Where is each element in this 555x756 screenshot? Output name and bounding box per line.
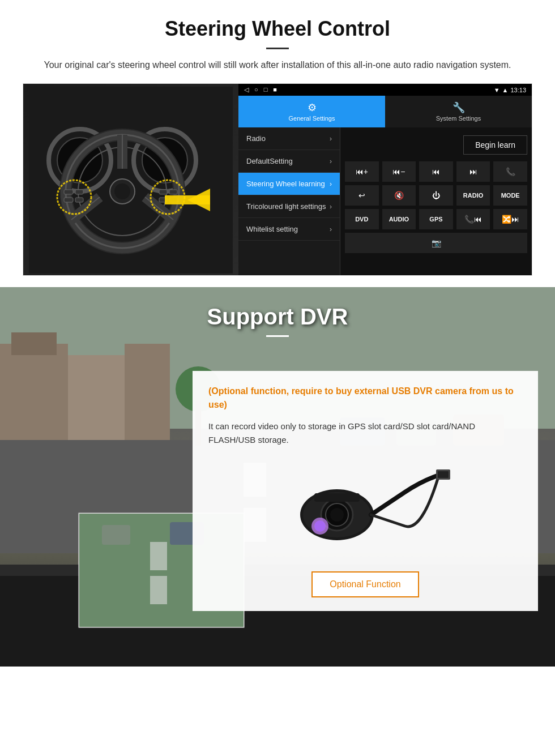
dvr-camera-svg xyxy=(275,464,456,554)
svg-point-16 xyxy=(114,183,130,199)
general-settings-icon: ⚙ xyxy=(308,101,317,114)
ctrl-gps[interactable]: GPS xyxy=(419,209,453,229)
ctrl-shuffle-next[interactable]: 🔀⏭ xyxy=(493,209,527,229)
android-statusbar: ◁ ○ □ ■ ▼ ▲ 13:13 xyxy=(238,84,532,96)
back-icon[interactable]: ◁ xyxy=(244,86,249,93)
menu-steering-label: Steering Wheel learning xyxy=(246,180,325,188)
dvr-info-card: (Optional function, require to buy exter… xyxy=(193,371,538,611)
begin-learn-row: Begin learn xyxy=(345,132,527,158)
dvr-section: Support DVR (Optional function, require … xyxy=(0,287,555,667)
svg-rect-28 xyxy=(165,195,210,204)
menu-default-label: DefaultSetting xyxy=(246,157,293,165)
svg-rect-23 xyxy=(159,190,167,194)
dvr-title: Support DVR xyxy=(0,304,555,330)
svg-rect-20 xyxy=(64,198,73,202)
svg-rect-19 xyxy=(64,190,73,194)
status-time: 13:13 xyxy=(510,87,526,93)
ctrl-mode[interactable]: MODE xyxy=(493,185,527,206)
svg-rect-22 xyxy=(75,198,83,202)
dvr-content-area: (Optional function, require to buy exter… xyxy=(0,360,555,622)
svg-point-54 xyxy=(330,508,344,522)
ctrl-back[interactable]: ↩ xyxy=(345,185,379,206)
svg-rect-59 xyxy=(438,471,449,478)
home-icon[interactable]: ○ xyxy=(254,86,258,93)
chevron-icon: › xyxy=(330,180,332,188)
system-settings-icon: 🔧 xyxy=(452,101,465,114)
ctrl-camera[interactable]: 📷 xyxy=(345,233,527,253)
android-panel: ◁ ○ □ ■ ▼ ▲ 13:13 ⚙ General Settings 🔧 S… xyxy=(238,84,532,275)
menu-item-tricoloured[interactable]: Tricoloured light settings › xyxy=(238,195,340,218)
wifi-icon: ▲ xyxy=(502,87,509,93)
chevron-icon: › xyxy=(330,225,332,233)
recents-icon[interactable]: □ xyxy=(264,86,268,93)
ctrl-phone-prev[interactable]: 📞⏮ xyxy=(456,209,490,229)
menu-tricoloured-label: Tricoloured light settings xyxy=(246,202,326,211)
ctrl-vol-up[interactable]: ⏮+ xyxy=(345,161,379,182)
tab-general-label: General Settings xyxy=(289,115,335,122)
steering-section: Steering Wheel Control Your original car… xyxy=(0,0,555,287)
dvr-title-divider xyxy=(266,335,289,337)
menu-column: Radio › DefaultSetting › Steering Wheel … xyxy=(238,127,340,275)
signal-icon: ▼ xyxy=(494,87,500,93)
tab-system-label: System Settings xyxy=(436,115,481,122)
ctrl-row-3: DVD AUDIO GPS 📞⏮ 🔀⏭ xyxy=(345,209,527,229)
controls-column: Begin learn ⏮+ ⏮− ⏮ ⏭ 📞 ↩ 🔇 ⏻ xyxy=(340,127,532,275)
chevron-icon: › xyxy=(330,203,332,211)
optional-function-button[interactable]: Optional Function xyxy=(311,571,419,597)
dvr-camera-image xyxy=(208,458,522,560)
ctrl-next-track[interactable]: ⏭ xyxy=(456,161,490,182)
ctrl-audio[interactable]: AUDIO xyxy=(382,209,416,229)
ctrl-vol-down[interactable]: ⏮− xyxy=(382,161,416,182)
menu-item-whitelist[interactable]: Whitelist setting › xyxy=(238,218,340,241)
nav-icons: ◁ ○ □ ■ xyxy=(244,86,277,93)
screenshot-icon[interactable]: ■ xyxy=(273,86,277,93)
ctrl-row-1: ⏮+ ⏮− ⏮ ⏭ 📞 xyxy=(345,161,527,182)
tab-system-settings[interactable]: 🔧 System Settings xyxy=(385,96,532,127)
menu-radio-label: Radio xyxy=(246,134,266,143)
ctrl-mute[interactable]: 🔇 xyxy=(382,185,416,206)
ctrl-radio[interactable]: RADIO xyxy=(456,185,490,206)
tab-general-settings[interactable]: ⚙ General Settings xyxy=(238,96,385,127)
steering-subtitle: Your original car's steering wheel contr… xyxy=(34,58,521,72)
svg-rect-55 xyxy=(314,493,360,502)
ctrl-dvd[interactable]: DVD xyxy=(345,209,379,229)
chevron-icon: › xyxy=(330,135,332,143)
svg-rect-24 xyxy=(169,190,177,194)
ctrl-row-2: ↩ 🔇 ⏻ RADIO MODE xyxy=(345,185,527,206)
svg-rect-21 xyxy=(75,190,83,194)
begin-learn-button[interactable]: Begin learn xyxy=(463,135,527,155)
title-divider xyxy=(266,48,289,49)
menu-item-default[interactable]: DefaultSetting › xyxy=(238,150,340,173)
steering-wheel-svg xyxy=(29,87,233,274)
ctrl-power[interactable]: ⏻ xyxy=(419,185,453,206)
menu-whitelist-label: Whitelist setting xyxy=(246,225,298,233)
android-content: Radio › DefaultSetting › Steering Wheel … xyxy=(238,127,532,275)
ctrl-prev-track[interactable]: ⏮ xyxy=(419,161,453,182)
dvr-description: It can record video only to storage in G… xyxy=(208,420,522,447)
android-tabs: ⚙ General Settings 🔧 System Settings xyxy=(238,96,532,127)
steering-title: Steering Wheel Control xyxy=(23,17,532,41)
dvr-title-area: Support DVR xyxy=(0,287,555,343)
ctrl-phone[interactable]: 📞 xyxy=(493,161,527,182)
steering-wheel-area xyxy=(23,84,238,276)
menu-item-steering[interactable]: Steering Wheel learning › xyxy=(238,173,340,195)
chevron-icon: › xyxy=(330,157,332,165)
dvr-optional-text: (Optional function, require to buy exter… xyxy=(208,385,522,412)
steering-composite: ◁ ○ □ ■ ▼ ▲ 13:13 ⚙ General Settings 🔧 S… xyxy=(23,83,532,276)
menu-item-radio[interactable]: Radio › xyxy=(238,127,340,150)
ctrl-row-4: 📷 xyxy=(345,233,527,253)
svg-point-57 xyxy=(314,520,326,532)
